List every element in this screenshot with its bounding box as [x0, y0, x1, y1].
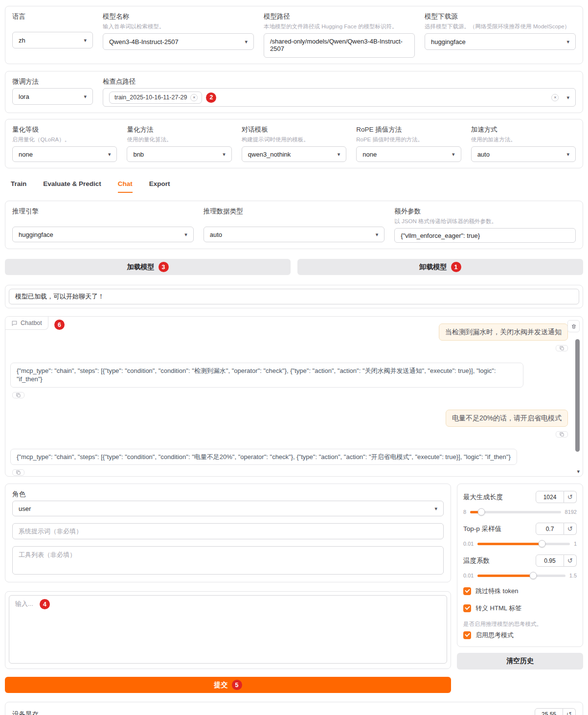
- template-value: qwen3_nothink: [248, 151, 291, 158]
- model-path-input[interactable]: /shared-only/models/Qwen/Qwen3-4B-Instru…: [264, 33, 415, 58]
- dtype-value: auto: [210, 231, 222, 238]
- copy-message-button[interactable]: [556, 431, 568, 438]
- quant-bits-dropdown[interactable]: none ▾: [12, 146, 117, 162]
- tab-export[interactable]: Export: [149, 180, 170, 193]
- chevron-down-icon: ▾: [108, 151, 111, 158]
- extra-args-label: 额外参数: [394, 207, 576, 216]
- max-new-tokens-value[interactable]: 1024: [536, 491, 564, 503]
- hub-info: 选择模型下载源。（网络受限环境推荐使用 ModelScope）: [425, 23, 576, 30]
- copy-icon: [16, 392, 21, 398]
- model-path-label: 模型路径: [264, 12, 415, 21]
- dtype-label: 推理数据类型: [204, 207, 385, 216]
- chatbot-label-text: Chatbot: [21, 320, 42, 326]
- enable-think-label: 启用思考模式: [475, 631, 514, 640]
- role-card: 角色 user ▾: [5, 484, 451, 582]
- copy-message-button[interactable]: [12, 469, 24, 476]
- finetune-method-dropdown[interactable]: lora ▾: [12, 88, 93, 105]
- checkpoint-multiselect[interactable]: train_2025-10-16-11-27-29 × 2 × ▾: [103, 88, 576, 107]
- temperature-value[interactable]: 0.95: [536, 554, 564, 567]
- hub-dropdown[interactable]: huggingface ▾: [425, 33, 576, 50]
- chevron-down-icon: ▾: [376, 231, 379, 238]
- booster-info: 使用的加速方法。: [471, 136, 576, 143]
- query-block: 4: [5, 591, 451, 669]
- reset-icon[interactable]: ↺: [564, 554, 577, 567]
- chat-lower-area: 角色 user ▾ 4 提交 5 最大生成长度 1024 ↺: [5, 484, 583, 693]
- reset-icon[interactable]: ↺: [564, 491, 577, 503]
- top-p-label: Top-p 采样值: [463, 525, 501, 533]
- reset-icon[interactable]: ↺: [564, 523, 577, 535]
- unload-model-button[interactable]: 卸载模型 1: [297, 259, 583, 275]
- copy-icon: [16, 470, 21, 475]
- copy-message-button[interactable]: [556, 345, 568, 351]
- dtype-dropdown[interactable]: auto ▾: [204, 227, 385, 242]
- template-dropdown[interactable]: qwen3_nothink ▾: [242, 146, 346, 162]
- user-message: 电量不足20%的话，请开启省电模式: [446, 410, 568, 427]
- chat-messages: 当检测到漏水时，关闭水阀并发送通知 {"mcp_type": "chain", …: [5, 317, 583, 476]
- chat-scrollbar[interactable]: [575, 339, 580, 452]
- vram-value[interactable]: 25.55: [535, 708, 563, 715]
- enable-think-checkbox[interactable]: 启用思考模式: [463, 631, 577, 640]
- chip-remove-icon[interactable]: ×: [190, 94, 198, 101]
- chevron-down-icon: ▾: [566, 39, 569, 45]
- bot-message: {"mcp_type": "chain", "steps": [{"type":…: [10, 449, 517, 465]
- model-name-dropdown[interactable]: Qwen3-4B-Instruct-2507 ▾: [103, 33, 254, 50]
- top-p-value[interactable]: 0.7: [536, 523, 564, 535]
- template-info: 构建提示词时使用的模板。: [242, 136, 346, 143]
- load-model-label: 加载模型: [127, 263, 155, 272]
- quant-method-dropdown[interactable]: bnb ▾: [127, 146, 231, 162]
- role-label: 角色: [12, 490, 444, 499]
- slider-handle[interactable]: [478, 508, 485, 516]
- clear-history-label: 清空历史: [506, 657, 534, 666]
- chevron-down-icon: ▾: [84, 37, 87, 44]
- skip-special-checkbox[interactable]: 跳过特殊 token: [463, 587, 577, 596]
- slider-min: 8: [463, 509, 466, 515]
- top-p-slider[interactable]: [477, 543, 569, 545]
- engine-dropdown[interactable]: huggingface ▾: [12, 227, 194, 242]
- rope-value: none: [362, 151, 377, 158]
- role-dropdown[interactable]: user ▾: [12, 501, 444, 516]
- language-field: 语言 zh ▾: [12, 12, 93, 58]
- reset-icon[interactable]: ↺: [563, 708, 576, 715]
- som-badge-5: 5: [232, 680, 242, 690]
- load-model-button[interactable]: 加载模型 3: [5, 259, 291, 275]
- tab-evaluate-predict[interactable]: Evaluate & Predict: [43, 180, 101, 193]
- status-textbox[interactable]: 模型已加载，可以开始聊天了！: [9, 289, 579, 304]
- tools-input[interactable]: [12, 546, 444, 575]
- quant-method-field: 量化方法 使用的量化算法。 bnb ▾: [127, 125, 231, 162]
- slider-handle[interactable]: [538, 540, 545, 548]
- extra-args-input[interactable]: {"vllm_enforce_eager": true}: [394, 228, 576, 243]
- copy-message-button[interactable]: [12, 392, 24, 398]
- model-actions: 加载模型 3 卸载模型 1: [5, 259, 583, 275]
- escape-html-checkbox[interactable]: 转义 HTML 标签: [463, 604, 577, 613]
- tab-train[interactable]: Train: [11, 180, 26, 193]
- quant-bits-info: 启用量化（QLoRA）。: [12, 136, 117, 143]
- slider-min: 0.01: [463, 541, 474, 547]
- scroll-down-icon[interactable]: ▾: [577, 468, 580, 475]
- submit-button[interactable]: 提交 5: [5, 677, 451, 693]
- language-label: 语言: [12, 12, 93, 21]
- temperature-row: 温度系数 0.95 ↺: [463, 554, 577, 567]
- tab-chat[interactable]: Chat: [118, 180, 133, 193]
- vram-label: 设备显存: [12, 710, 39, 715]
- clear-chat-button[interactable]: [567, 320, 580, 332]
- extra-args-info: 以 JSON 格式传递给训练器的额外参数。: [394, 218, 576, 225]
- rope-dropdown[interactable]: none ▾: [356, 146, 461, 162]
- chevron-down-icon: ▾: [338, 151, 340, 158]
- template-label: 对话模板: [242, 125, 346, 134]
- engine-field: 推理引擎 huggingface ▾: [12, 207, 194, 243]
- dtype-field: 推理数据类型 auto ▾: [204, 207, 385, 243]
- booster-dropdown[interactable]: auto ▾: [471, 146, 576, 162]
- model-path-value: /shared-only/models/Qwen/Qwen3-4B-Instru…: [270, 38, 408, 52]
- checkpoint-chip[interactable]: train_2025-10-16-11-27-29 ×: [109, 92, 202, 104]
- chevron-down-icon: ▾: [223, 151, 226, 158]
- query-input[interactable]: [9, 595, 447, 664]
- clear-all-icon[interactable]: ×: [551, 94, 559, 101]
- slider-handle[interactable]: [529, 572, 537, 579]
- clear-history-button[interactable]: 清空历史: [457, 653, 583, 669]
- temperature-slider[interactable]: [477, 575, 565, 577]
- think-mode-info: 是否启用推理模型的思考模式。: [463, 621, 577, 628]
- language-dropdown[interactable]: zh ▾: [12, 32, 93, 48]
- system-prompt-input[interactable]: [12, 523, 444, 539]
- language-value: zh: [19, 37, 25, 44]
- max-new-tokens-slider[interactable]: [470, 511, 561, 513]
